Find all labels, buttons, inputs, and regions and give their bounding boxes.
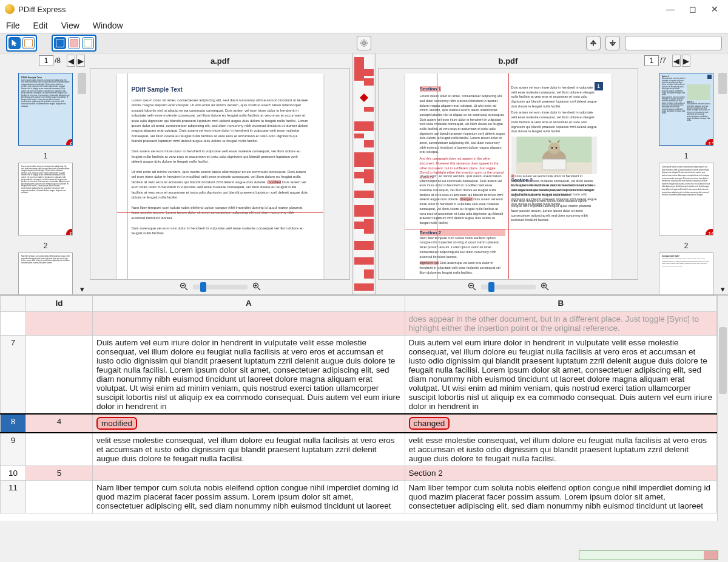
- pointer-tool[interactable]: [8, 37, 21, 49]
- page-next-a[interactable]: ▶: [76, 55, 85, 67]
- menu-view[interactable]: View: [61, 21, 79, 30]
- zoom-bar-a: [87, 280, 352, 294]
- table-row[interactable]: does appear in the other document, but i…: [1, 312, 717, 336]
- menu-edit[interactable]: Edit: [33, 21, 48, 30]
- thumbnail-strip-b: /7 ◀ ▶ Section 1Duis autem vel eum iriur…: [641, 53, 728, 294]
- thumb-a-3[interactable]: Nam liber tempore cum soluta nobis eleif…: [18, 252, 73, 294]
- diff-badge: 6: [66, 229, 73, 235]
- minimize-button[interactable]: —: [666, 4, 675, 14]
- table-row[interactable]: 105Section 2: [1, 466, 717, 481]
- thumb-label: 2: [5, 242, 86, 250]
- prev-diff-button[interactable]: [586, 36, 601, 50]
- svg-point-8: [551, 147, 553, 149]
- diff-badge: 10: [706, 229, 713, 235]
- page-next-b[interactable]: ▶: [682, 55, 690, 67]
- search-wrap: [625, 36, 722, 50]
- thumb-b-2[interactable]: Lorem ipsum dolor sit amet, consectetuer…: [659, 163, 713, 235]
- body-text: Ut wisi enim ad minim veniami, quis nost…: [420, 174, 505, 226]
- highlight-red[interactable]: [68, 37, 80, 49]
- document-pane-a: a.pdf PDiff Sample Text Lorem ipsum dolo…: [87, 53, 352, 294]
- page-heading: PDiff Sample Text: [132, 86, 309, 94]
- status-bar: [0, 548, 728, 562]
- tool-group-cursor: [6, 35, 37, 52]
- body-text: Duis autemque vel eum iure dolor in hend…: [132, 226, 309, 236]
- svg-point-9: [555, 147, 557, 149]
- app-icon: [5, 4, 15, 14]
- title-bar: PDiff Express — ◻ ✕: [0, 0, 728, 18]
- doc-view-b[interactable]: 1 Section 1 Lorem ipsum dolor sit amet, …: [378, 68, 638, 280]
- body-text: Duis autem vel eum iriure dolor in hendr…: [511, 86, 597, 109]
- doc-title-b: b.pdf: [376, 53, 641, 68]
- highlight-green[interactable]: [82, 37, 94, 49]
- settings-button[interactable]: [357, 36, 371, 50]
- page-prev-b[interactable]: ◀: [672, 55, 681, 67]
- svg-point-7: [548, 143, 559, 154]
- image-placeholder: [511, 137, 597, 174]
- page-input-b[interactable]: [644, 55, 659, 66]
- zoom-slider-a[interactable]: [193, 285, 248, 289]
- page-input-a[interactable]: [39, 55, 53, 66]
- diff-table: Id A B does appear in the other document…: [0, 295, 728, 521]
- menu-file[interactable]: File: [6, 21, 20, 30]
- zoom-bar-b: [376, 280, 641, 294]
- col-num[interactable]: [1, 296, 26, 312]
- body-text: Ut wisi enim ad minim veniami, quis nost…: [132, 169, 309, 200]
- tool-group-highlight: [52, 35, 96, 52]
- thumbnail-strip-a: /8 ◀ ▶ PDiff Sample Text Lorem ipsum dol…: [0, 53, 87, 294]
- zoom-out-icon[interactable]: [180, 282, 188, 293]
- zoom-out-icon[interactable]: [468, 282, 476, 293]
- rect-tool-orange[interactable]: [22, 37, 35, 49]
- page-prev-a[interactable]: ◀: [67, 55, 75, 67]
- search-input[interactable]: [625, 36, 722, 50]
- thumb-label: 1: [645, 152, 727, 160]
- doc-title-a: a.pdf: [87, 53, 352, 68]
- zoom-in-icon[interactable]: [252, 282, 261, 293]
- table-row[interactable]: 11Nam liber tempor cum soluta nobis elei…: [1, 481, 717, 513]
- section-heading: Section 1: [420, 86, 442, 92]
- table-row[interactable]: 9velit esse molestie consequat, vel illu…: [1, 433, 717, 466]
- body-text: Lorem ipsum dolor sit amet, consectetuer…: [132, 98, 308, 132]
- doc-view-a[interactable]: PDiff Sample Text Lorem ipsum dolor sit …: [90, 68, 350, 280]
- thumb-b-3[interactable]: Compare with Style!Nam liber tempore cum…: [659, 252, 713, 294]
- diff-badge: 12: [706, 139, 713, 146]
- scrollbar-thumb[interactable]: [718, 73, 727, 94]
- col-b[interactable]: B: [405, 296, 717, 312]
- svg-rect-10: [542, 159, 566, 170]
- page-total-b: /7: [660, 56, 666, 65]
- toolbar: [0, 33, 728, 53]
- table-row[interactable]: 84modifiedchanged: [1, 414, 717, 433]
- highlight-blue[interactable]: [54, 37, 66, 49]
- main-compare-area: /8 ◀ ▶ PDiff Sample Text Lorem ipsum dol…: [0, 53, 728, 295]
- body-text: Lorem ipsum dolor sit amet, consectetuer…: [420, 94, 505, 155]
- table-scrollbar[interactable]: [717, 296, 728, 521]
- menu-bar: File Edit View Window: [0, 18, 728, 33]
- close-button[interactable]: ✕: [711, 4, 718, 14]
- app-title: PDiff Express: [18, 5, 66, 14]
- maximize-button[interactable]: ◻: [689, 4, 696, 14]
- table-row[interactable]: 7Duis autem vel eum iriure dolor in hend…: [1, 336, 717, 415]
- progress-indicator: [579, 550, 718, 560]
- diff-badge: 6: [66, 139, 73, 146]
- next-diff-button[interactable]: [605, 36, 620, 50]
- col-id[interactable]: Id: [26, 296, 93, 312]
- menu-window[interactable]: Window: [93, 21, 123, 30]
- overview-strip[interactable]: [352, 53, 376, 294]
- thumb-a-1[interactable]: PDiff Sample Text Lorem ipsum dolor sit …: [18, 73, 73, 146]
- scrollbar-thumb[interactable]: [78, 73, 86, 94]
- window-controls: — ◻ ✕: [666, 4, 723, 14]
- body-text: Duis autem vel eum iriure dolor in hendr…: [132, 149, 309, 164]
- thumb-b-1[interactable]: Section 1Duis autem vel eum iriure dolor…: [659, 73, 713, 146]
- zoom-slider-b[interactable]: [481, 285, 536, 289]
- svg-point-0: [363, 42, 365, 44]
- col-a[interactable]: A: [93, 296, 405, 312]
- document-pane-b: b.pdf 1 Section 1 Lorem ipsum dolor sit …: [376, 53, 641, 294]
- thumb-label: 2: [645, 242, 727, 250]
- thumb-a-2[interactable]: Lorem ipsum dolor sit amet, consectetuer…: [18, 163, 73, 235]
- page-number-box: 1: [595, 82, 603, 90]
- zoom-in-icon[interactable]: [541, 282, 549, 293]
- page-total-a: /8: [55, 56, 61, 65]
- section-heading: Section 2: [420, 229, 505, 236]
- thumb-label: 1: [5, 152, 86, 160]
